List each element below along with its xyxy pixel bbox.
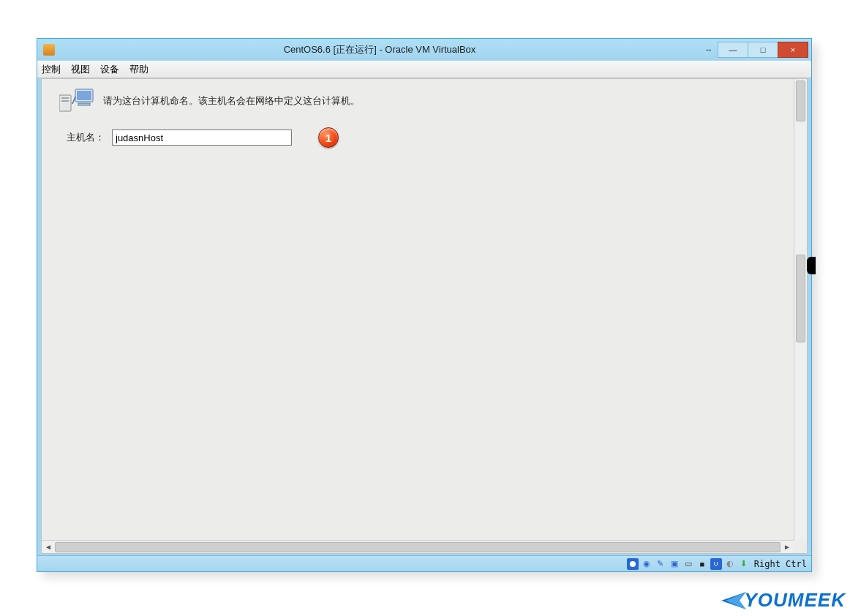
hostname-label: 主机名： [67, 131, 105, 144]
mouse-integration-icon[interactable]: ◐ [724, 558, 736, 570]
shared-folder-icon[interactable]: ▣ [669, 558, 680, 570]
horizontal-scrollbar[interactable]: ◄ ► [42, 540, 794, 553]
virtualbox-app-icon [43, 44, 55, 56]
svg-rect-5 [78, 103, 90, 105]
menu-view[interactable]: 视图 [71, 64, 90, 76]
svg-marker-8 [726, 592, 746, 609]
cpu-icon[interactable]: U [710, 558, 722, 570]
titlebar[interactable]: CentOS6.6 [正在运行] - Oracle VM VirtualBox … [37, 39, 811, 61]
menu-help[interactable]: 帮助 [129, 64, 148, 76]
watermark: YOUMEEK [715, 589, 846, 612]
menu-control[interactable]: 控制 [42, 64, 61, 76]
guest-viewport: 请为这台计算机命名。该主机名会在网络中定义这台计算机。 主机名： 1 ◄ ► [41, 78, 808, 554]
window-buttons: ↔ — □ × [700, 42, 808, 58]
svg-rect-1 [61, 97, 69, 99]
optical-disk-icon[interactable]: ◉ [641, 558, 652, 570]
scroll-right-arrow-icon[interactable]: ► [781, 543, 794, 551]
menu-devices[interactable]: 设备 [100, 64, 119, 76]
window-title: CentOS6.6 [正在运行] - Oracle VM VirtualBox [59, 43, 700, 56]
scrollbar-thumb[interactable] [796, 80, 805, 121]
svg-rect-2 [61, 100, 69, 102]
maximize-button[interactable]: □ [748, 42, 778, 58]
close-button[interactable]: × [778, 42, 808, 58]
scrollbar-thumb[interactable] [796, 255, 805, 342]
scroll-left-arrow-icon[interactable]: ◄ [42, 543, 55, 551]
vertical-scrollbar[interactable] [794, 79, 807, 540]
hard-disk-icon[interactable] [627, 558, 639, 570]
annotation-callout-1: 1 [318, 127, 339, 148]
usb-icon[interactable]: ✎ [655, 558, 666, 570]
statusbar: ◉ ✎ ▣ ▭ ■ U ◐ ⬇ Right Ctrl [37, 555, 811, 571]
svg-rect-4 [77, 91, 91, 100]
watermark-text: YOUMEEK [745, 589, 846, 612]
svg-point-6 [630, 561, 636, 567]
installer-page: 请为这台计算机命名。该主机名会在网络中定义这台计算机。 主机名： 1 [42, 79, 807, 148]
window-edge-grip[interactable] [807, 257, 816, 274]
host-key-label: Right Ctrl [754, 559, 807, 569]
minimize-button[interactable]: — [718, 42, 748, 58]
virtualbox-window: CentOS6.6 [正在运行] - Oracle VM VirtualBox … [37, 38, 812, 572]
keyboard-capture-icon[interactable]: ⬇ [738, 558, 750, 570]
computer-network-icon [59, 88, 94, 114]
instruction-text: 请为这台计算机命名。该主机名会在网络中定义这台计算机。 [103, 94, 360, 108]
hostname-input[interactable] [112, 129, 292, 146]
scrollbar-thumb[interactable] [55, 542, 781, 552]
resize-handle-icon[interactable]: ↔ [699, 42, 718, 58]
recording-icon[interactable]: ■ [696, 558, 708, 570]
menubar: 控制 视图 设备 帮助 [37, 61, 811, 78]
display-icon[interactable]: ▭ [682, 558, 694, 570]
